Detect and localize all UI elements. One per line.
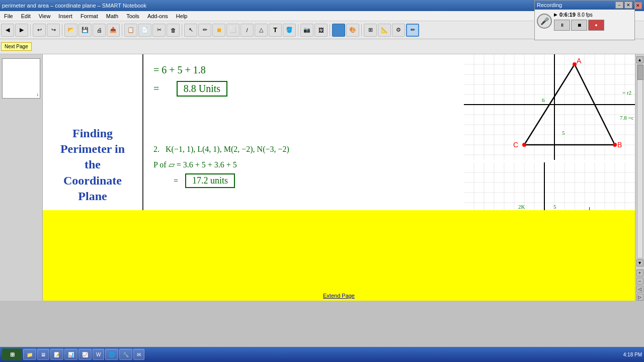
taskbar-tool[interactable]: 🔧 [119,349,132,360]
menu-file[interactable]: File [2,13,15,19]
separator-7 [361,24,362,36]
menu-edit[interactable]: Edit [19,13,33,19]
side-tool-2[interactable]: – [636,278,643,285]
separator-3 [122,24,122,36]
page-sidebar: 1 [0,54,43,301]
label-a: A [577,57,582,65]
recording-body: 🎤 ▶ 0:6:19 8.0 fps ⏸ ⏹ ● [535,10,634,33]
recording-minimize[interactable]: – [615,2,623,9]
right-scroll-panel: ▲ ▼ + – ◁ ▷ [635,54,644,301]
menu-insert[interactable]: Insert [56,13,74,19]
taskbar-powerpoint[interactable]: 📈 [78,349,92,360]
separator-6 [330,24,330,36]
taskbar-notepad[interactable]: 📝 [50,349,63,360]
settings-button[interactable]: ⚙ [392,24,405,37]
open-button[interactable]: 📂 [64,24,77,37]
cut-button[interactable]: ✂ [152,24,166,37]
recording-controls: ⏸ ⏹ ● [554,20,604,31]
eq-line1: = 6 + 5 + 1.8 [153,64,425,76]
stop-button[interactable]: ⏹ [571,20,587,31]
copy-button[interactable]: 📄 [138,24,151,37]
menu-format[interactable]: Format [78,13,100,19]
menu-view[interactable]: View [37,13,53,19]
eraser-tool[interactable]: ⬜ [226,24,239,37]
taskbar-excel[interactable]: 📊 [64,349,77,360]
grid-lines-upper [464,54,635,160]
side-tool-3[interactable]: ◁ [636,286,643,293]
close-button[interactable]: ✕ [634,2,642,9]
title-bar-left: perimeter and area – coordinate plane – … [2,3,146,9]
yellow-area: Extend Page [43,210,635,301]
menu-help[interactable]: Help [174,13,190,19]
point-a [573,62,577,66]
problem2-eq2: = 17.2 units [174,173,425,188]
recording-label: Recording [537,2,562,8]
paste-button[interactable]: 📋 [124,24,137,37]
taskbar-mail[interactable]: ✉ [133,349,144,360]
pause-button[interactable]: ⏸ [554,20,570,31]
separator-4 [182,24,182,36]
gallery-button[interactable]: 🖼 [314,24,328,37]
annotation-5: 5 [562,130,565,136]
undo-button[interactable]: ↩ [33,24,46,37]
recording-title: Recording – ✕ [535,1,634,10]
recording-close[interactable]: ✕ [624,2,632,9]
answer-box-2: 17.2 units [185,173,235,188]
pen-tool[interactable]: ✏ [198,24,211,37]
export-button[interactable]: 📤 [107,24,120,37]
side-tool-4[interactable]: ▷ [636,294,643,301]
eq-line2: = 8.8 Units [153,81,425,97]
extend-page-link[interactable]: Extend Page [323,293,355,299]
active-pen-tool[interactable]: ✏ [406,24,419,37]
shape-tool[interactable]: △ [255,24,268,37]
start-button[interactable]: ⊞ [2,348,22,360]
recording-fps: 8.0 fps [578,12,593,18]
scroll-up-button[interactable]: ▲ [636,56,643,63]
annot-5-top: 5 [553,204,556,210]
print-button[interactable]: 🖨 [93,24,106,37]
scroll-down-button[interactable]: ▼ [636,259,643,266]
recording-row: 🎤 ▶ 0:6:19 8.0 fps ⏸ ⏹ ● [537,12,632,31]
recording-time-label: ▶ [554,12,557,17]
label-c: C [513,141,518,149]
taskbar: ⊞ 📁 🖥 📝 📊 📈 W 🌐 🔧 ✉ 4:18 PM [0,347,644,362]
taskbar-word[interactable]: W [93,349,104,360]
side-tool-1[interactable]: + [636,269,643,277]
window-title: perimeter and area – coordinate plane – … [2,3,146,9]
next-page-button[interactable]: Next Page [1,42,32,51]
problem2-eq1: P of ▱ = 3.6 + 5 + 3.6 + 5 [153,160,425,169]
select-tool[interactable]: ↖ [184,24,197,37]
taskbar-explorer[interactable]: 📁 [23,349,36,360]
fill-tool[interactable]: 🪣 [283,24,296,37]
annotation-r2: = r2 [622,89,631,96]
ruler-button[interactable]: 📐 [378,24,391,37]
equation-area-top: = 6 + 5 + 1.8 = 8.8 Units [143,54,435,135]
menu-addons[interactable]: Add-ons [145,13,170,19]
taskbar-smart[interactable]: 🖥 [37,349,49,360]
scroll-thumb[interactable] [637,65,643,80]
back-button[interactable]: ◀ [1,24,14,37]
line-tool[interactable]: / [240,24,254,37]
save-button[interactable]: 💾 [78,24,92,37]
text-tool[interactable]: T [269,24,282,37]
lesson-title: Finding Perimeter in the Coordinate Plan… [60,126,125,204]
record-button[interactable]: ● [588,20,604,31]
main-layout: 1 Finding Perimeter in the Coordinate Pl… [0,54,644,301]
highlighter-tool[interactable]: ◼ [212,24,225,37]
color-blue[interactable] [332,24,345,37]
page-thumbnail[interactable]: 1 [2,58,40,99]
menu-tools[interactable]: Tools [124,13,141,19]
menu-math[interactable]: Math [104,13,120,19]
point-c [522,143,526,147]
taskbar-chrome[interactable]: 🌐 [105,349,118,360]
secondary-toolbar: Next Page [0,39,644,54]
annot-2k: 2K [518,204,525,210]
forward-button[interactable]: ▶ [15,24,28,37]
redo-button[interactable]: ↪ [47,24,60,37]
camera-tool[interactable]: 📷 [300,24,313,37]
delete-button[interactable]: 🗑 [167,24,180,37]
label-b: B [617,141,622,149]
grid-upper: A B C = r2 7.8 =c 5 6 [464,54,635,160]
table-button[interactable]: ⊞ [364,24,377,37]
color-selector[interactable]: 🎨 [346,24,359,37]
